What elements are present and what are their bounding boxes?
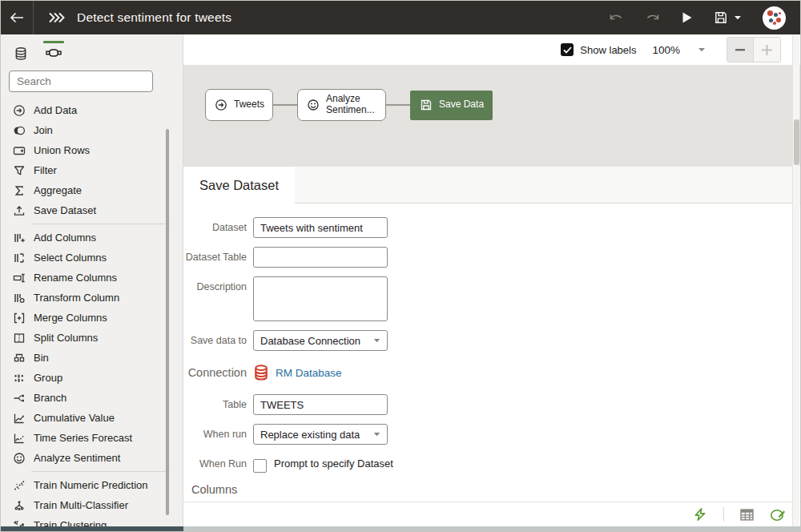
- flow-node-analyze-sentimen[interactable]: Analyze Sentimen...: [297, 89, 386, 121]
- app-window: Detect sentiment for tweets: [0, 0, 801, 532]
- page-title: Detect sentiment for tweets: [77, 10, 231, 25]
- back-button[interactable]: [1, 1, 34, 34]
- preview-data-button[interactable]: [740, 509, 754, 521]
- search-input[interactable]: [9, 71, 153, 92]
- sidebar-item-union-rows[interactable]: Union Rows: [1, 140, 183, 160]
- sidebar-item-label: Time Series Forecast: [34, 432, 132, 444]
- tab-save-dataset[interactable]: Save Dataset: [183, 167, 295, 204]
- sidebar-item-label: Union Rows: [34, 144, 90, 156]
- add-columns-icon: [12, 232, 26, 244]
- zoom-level-value: 100%: [647, 44, 685, 56]
- dataset-input[interactable]: [253, 217, 388, 238]
- prompt-dataset-checkbox[interactable]: [253, 459, 267, 473]
- footer-divider: [723, 507, 724, 522]
- flow-connector: [273, 104, 297, 106]
- sidebar-item-label: Analyze Sentiment: [34, 452, 120, 464]
- sidebar-item-train-numeric-prediction[interactable]: Train Numeric Prediction: [1, 475, 183, 495]
- sidebar-item-select-columns[interactable]: Select Columns: [1, 248, 183, 268]
- add-data-icon: [215, 99, 227, 111]
- tab-data[interactable]: [14, 39, 28, 61]
- sidebar-item-join[interactable]: Join: [1, 120, 183, 140]
- columns-section-heading: Columns: [191, 483, 800, 496]
- bin-icon: [12, 352, 26, 365]
- main-panel: Show labels 100% TweetsAnalyze Sentimen.…: [183, 34, 800, 526]
- table-icon: [740, 509, 754, 521]
- minus-icon: [735, 49, 745, 51]
- save-data-to-select[interactable]: Database Connection: [253, 330, 388, 351]
- sidebar-divider: [31, 471, 170, 472]
- dataset-table-input[interactable]: [253, 247, 388, 268]
- zoom-out-button[interactable]: [727, 38, 754, 62]
- sidebar-item-label: Cumulative Value: [34, 412, 115, 424]
- sidebar-item-filter[interactable]: Filter: [1, 160, 183, 180]
- sidebar-item-label: Add Data: [34, 104, 77, 116]
- save-data-to-value: Database Connection: [260, 335, 360, 347]
- database-red-icon: [253, 364, 269, 381]
- undo-button[interactable]: [608, 11, 624, 24]
- chevron-down-icon: [688, 47, 715, 52]
- canvas-toolbar: Show labels 100%: [183, 34, 800, 65]
- when-run-select[interactable]: Replace existing data: [253, 424, 388, 445]
- app-header: Detect sentiment for tweets: [1, 1, 800, 34]
- zoom-in-button[interactable]: [754, 38, 780, 62]
- sidebar-item-train-multi-classifier[interactable]: Train Multi-Classifier: [1, 495, 183, 515]
- connection-link[interactable]: RM Database: [253, 364, 342, 381]
- analyze-sentiment-icon: [12, 452, 26, 465]
- sidebar-item-merge-columns[interactable]: Merge Columns: [1, 308, 183, 328]
- run-flow-button[interactable]: [682, 11, 693, 24]
- sidebar-item-add-data[interactable]: Add Data: [1, 100, 183, 120]
- sidebar-item-label: Transform Column: [34, 292, 119, 304]
- sidebar-item-save-dataset[interactable]: Save Dataset: [1, 200, 183, 220]
- redo-icon: [645, 11, 661, 24]
- edit-circle-icon: [770, 508, 786, 522]
- sidebar-item-analyze-sentiment[interactable]: Analyze Sentiment: [1, 448, 183, 468]
- checkbox-checked-icon: [561, 43, 574, 56]
- sidebar-item-rename-columns[interactable]: Rename Columns: [1, 268, 183, 288]
- redo-button[interactable]: [645, 11, 661, 24]
- sidebar-item-cumulative-value[interactable]: Cumulative Value: [1, 408, 183, 428]
- sidebar-item-bin[interactable]: Bin: [1, 348, 183, 368]
- lightning-icon: [693, 507, 707, 522]
- tab-data-flow-steps[interactable]: [46, 39, 62, 61]
- sidebar-item-label: Filter: [34, 164, 57, 176]
- sidebar-item-label: Aggregate: [34, 184, 82, 196]
- flow-connector: [386, 104, 410, 106]
- save-data-icon: [420, 99, 433, 111]
- sidebar-scrollbar-thumb[interactable]: [166, 129, 169, 515]
- sidebar-item-aggregate[interactable]: Aggregate: [1, 180, 183, 200]
- zoom-level-select[interactable]: 100%: [647, 44, 715, 56]
- avatar[interactable]: [763, 6, 786, 30]
- sidebar-item-label: Group: [34, 372, 62, 384]
- sidebar-item-split-columns[interactable]: Split Columns: [1, 328, 183, 348]
- when-run-label: When run: [183, 424, 253, 445]
- flow-canvas[interactable]: TweetsAnalyze Sentimen...Save Data: [183, 65, 800, 167]
- table-input[interactable]: [253, 394, 388, 415]
- sidebar-item-branch[interactable]: Branch: [1, 388, 183, 408]
- analyze-sentiment-icon: [307, 99, 320, 111]
- description-textarea[interactable]: [253, 276, 388, 321]
- show-labels-checkbox[interactable]: Show labels: [561, 43, 636, 56]
- flow-node-tweets[interactable]: Tweets: [205, 89, 273, 121]
- prompt-dataset-text: Prompt to specify Dataset: [274, 453, 393, 474]
- sidebar-item-label: Split Columns: [34, 332, 98, 344]
- play-icon: [682, 11, 693, 24]
- main-scrollbar-track[interactable]: [792, 34, 799, 526]
- sidebar-item-transform-column[interactable]: Transform Column: [1, 288, 183, 308]
- apply-step-button[interactable]: [770, 508, 786, 522]
- validate-step-button[interactable]: [693, 507, 707, 522]
- sidebar-item-add-columns[interactable]: Add Columns: [1, 228, 183, 248]
- save-menu-button[interactable]: [714, 10, 742, 25]
- branch-icon: [12, 392, 26, 405]
- sidebar-item-time-series-forecast[interactable]: Time Series Forecast: [1, 428, 183, 448]
- description-label: Description: [183, 276, 253, 321]
- save-dataset-icon: [12, 204, 26, 217]
- flow-step-icon: [46, 46, 62, 59]
- main-scrollbar-thumb[interactable]: [794, 119, 799, 165]
- flow-node-save-data[interactable]: Save Data: [410, 91, 493, 120]
- sidebar-item-label: Add Columns: [34, 232, 96, 244]
- expand-flows-button[interactable]: [48, 12, 66, 23]
- when-run-prompt-label: When Run: [183, 453, 253, 474]
- step-panel-tabs: Save Dataset: [183, 167, 800, 204]
- sidebar-item-group[interactable]: Group: [1, 368, 183, 388]
- chevron-down-icon: [373, 432, 380, 437]
